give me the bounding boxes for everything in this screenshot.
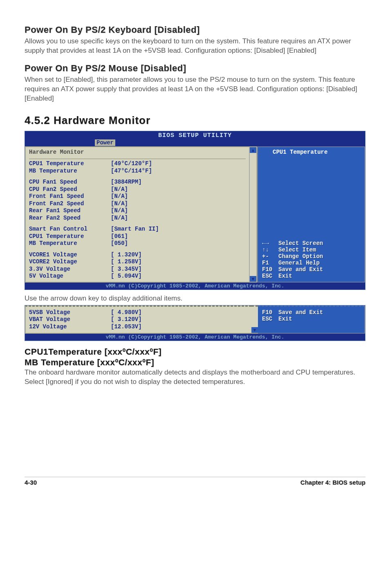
bios-row: 5VSB Voltage[ 4.980V] [29, 309, 248, 316]
bios2-left-panel: 5VSB Voltage[ 4.980V] VBAT Voltage[ 3.12… [25, 305, 251, 334]
bios-left-panel: Hardware Monitor CPU1 Temperature[49°C/1… [25, 146, 250, 283]
bios-row: 5V Voltage[ 5.094V] [29, 273, 246, 280]
bios-key: F10 [262, 309, 278, 316]
chapter-label: Chapter 4: BIOS setup [300, 479, 365, 486]
heading-power-ps2-keyboard: Power On By PS/2 Keyboard [Disabled] [25, 25, 365, 35]
bios-row: VBAT Voltage[ 3.120V] [29, 316, 248, 323]
bios-row: Rear Fan2 Speed[N/A] [29, 215, 246, 222]
bios2-copyright: vMM.nn (C)Copyright 1985-2002, American … [25, 334, 365, 341]
bios-row: CPU Fan2 Speed[N/A] [29, 186, 246, 193]
scroll-down-icon[interactable]: ▼ [251, 327, 258, 333]
bios-row: MB Temperature[050] [29, 240, 246, 247]
bios-copyright: vMM.nn (C)Copyright 1985-2002, American … [25, 283, 365, 290]
bios-row: 3.3V Voltage[ 3.345V] [29, 266, 246, 273]
bios-panel-title: Hardware Monitor [29, 149, 84, 156]
bios-tab-power[interactable]: Power [94, 139, 116, 146]
bios-row: Front Fan2 Speed[N/A] [29, 200, 246, 208]
bios-right-panel: CPU1 Temperature ←→Select Screen ↑↓Selec… [257, 146, 365, 283]
text-power-ps2-mouse: When set to [Enabled], this parameter al… [25, 75, 365, 103]
page-number: 4-30 [25, 479, 37, 486]
bios-row: VCORE2 Voltage[ 1.258V] [29, 258, 246, 266]
bios-row: 12V Voltage[12.053V] [29, 323, 248, 331]
bios-help-title: CPU1 Temperature [262, 149, 360, 155]
scroll-down-icon[interactable]: ▼ [250, 276, 256, 282]
bios-key: ←→ [262, 240, 278, 247]
bios-key: +- [262, 253, 278, 260]
bios-screenshot-main: BIOS SETUP UTILITY Power Hardware Monito… [25, 131, 365, 290]
heading-hardware-monitor: 4.5.2 Hardware Monitor [25, 114, 365, 127]
bios-row: Smart Fan Control[Smart Fan II] [29, 226, 246, 233]
heading-cpu1-temp: CPU1Temperature [xxxºC/xxxºF] [25, 347, 365, 357]
note-arrow-down: Use the arrow down key to display additi… [25, 294, 365, 303]
bios-screenshot-fragment: 5VSB Voltage[ 4.980V] VBAT Voltage[ 3.12… [25, 305, 365, 341]
text-power-ps2-keyboard: Allows you to use specific keys on the k… [25, 37, 365, 56]
bios-key: F1 [262, 260, 278, 266]
bios-title: BIOS SETUP UTILITY [25, 131, 365, 139]
bios-row: Rear Fan1 Speed[N/A] [29, 207, 246, 215]
bios-row: CPU1 Temperature[061] [29, 233, 246, 240]
bios-row: CPU Fan1 Speed[3884RPM] [29, 179, 246, 186]
bios-row: CPU1 Temperature[49°C/120°F] [29, 160, 246, 168]
bios-row: MB Temperature[47°C/114°F] [29, 168, 246, 175]
bios2-right-panel: F10Save and Exit ESCExit [258, 305, 365, 334]
bios-key: F10 [262, 266, 278, 273]
heading-power-ps2-mouse: Power On By PS/2 Mouse [Disabled] [25, 63, 365, 74]
bios-row: VCORE1 Voltage[ 1.320V] [29, 251, 246, 259]
heading-mb-temp: MB Temperature [xxxºC/xxxºF] [25, 357, 365, 367]
bios-key: ↑↓ [262, 247, 278, 253]
bios-key: ESC [262, 316, 278, 322]
bios-key: ESC [262, 273, 278, 279]
text-temp-section: The onboard hardware monitor automatical… [25, 368, 365, 387]
scroll-up-icon[interactable]: ▲ [250, 147, 256, 153]
bios-scrollbar[interactable]: ▲ ▼ [250, 146, 257, 283]
bios2-scrollbar[interactable]: ▼ [251, 305, 258, 334]
bios-row: Front Fan1 Speed[N/A] [29, 193, 246, 200]
